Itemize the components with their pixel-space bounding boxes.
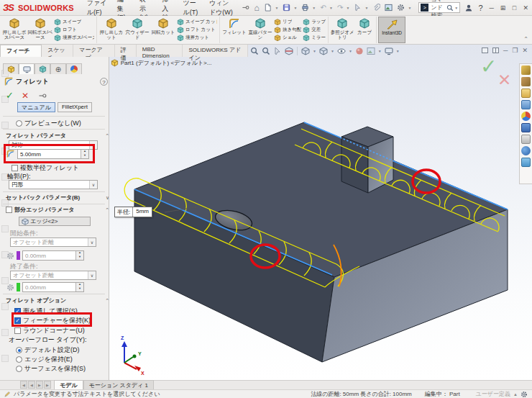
partial-edge-checkbox[interactable] — [6, 207, 12, 213]
wrap-button[interactable]: ラップ — [303, 18, 326, 26]
home-icon[interactable]: ⌂ — [254, 3, 260, 13]
profile-dropdown[interactable]: 円形∨ — [9, 180, 98, 189]
maximize-button[interactable]: □ — [510, 2, 518, 13]
ribbon-collapse-icon[interactable]: ⌃ — [523, 36, 528, 42]
tab-features[interactable]: フィーチャー — [0, 45, 42, 57]
status-gear-icon[interactable] — [520, 391, 528, 398]
hide-show-caret[interactable]: ▼ — [349, 49, 352, 53]
radius-input[interactable]: 5.00mm ▲▼ — [17, 149, 89, 159]
window-layout-button[interactable]: ⊞ — [500, 2, 507, 13]
tab-mbd-dimension[interactable]: MBD Dimension — [137, 45, 183, 57]
display-style-icon[interactable] — [319, 47, 328, 55]
status-expand-icon[interactable]: ▲ — [513, 392, 518, 397]
overflow-default-radio[interactable] — [16, 347, 22, 353]
tab-markup[interactable]: マークアップ — [73, 45, 114, 57]
edge-selection-field[interactable]: エッジ<2> — [19, 217, 91, 226]
tab-scroll-next[interactable]: ▶ — [36, 381, 43, 389]
extrude-boss-button[interactable]: 押し出しボス/ベース — [1, 17, 27, 42]
params-collapse-icon[interactable]: ⌃ — [105, 133, 109, 139]
options-caret[interactable]: ▼ — [408, 6, 411, 10]
resources-icon[interactable] — [521, 65, 531, 75]
rib-button[interactable]: リブ — [274, 18, 301, 26]
doc-restore-button[interactable]: ❐ — [512, 47, 518, 54]
command-search-box[interactable]: > コマンド検索 ▼ — [418, 2, 460, 13]
previous-view-icon[interactable] — [273, 47, 282, 55]
revolve-cut-button[interactable]: 回転カット — [150, 17, 176, 42]
reference-geometry-button[interactable]: 参照ジオメトリ — [330, 17, 354, 42]
setback-header[interactable]: セットバック パラメータ(B) — [6, 194, 80, 202]
curves-button[interactable]: カーブ — [354, 17, 375, 42]
status-units[interactable]: ユーザー定義 — [476, 390, 510, 398]
select-caret[interactable]: ▼ — [364, 6, 368, 10]
cancel-button[interactable]: ✕ — [22, 91, 29, 101]
ok-button[interactable]: ✓ — [6, 90, 14, 101]
model-tab[interactable]: モデル — [54, 380, 83, 389]
doc-minimize-button[interactable]: ─ — [503, 47, 508, 54]
appearances-icon[interactable] — [521, 112, 531, 121]
featuremanager-tree-tab[interactable] — [3, 63, 19, 74]
start-offset-spinner[interactable]: ▲▼ — [75, 251, 83, 260]
graphics-viewport[interactable]: Z Y X ▼ ▼ ▼ ▼ ▼ ─ ❐ ✕ — [109, 45, 532, 380]
end-offset-input[interactable]: 0.00mm ▲▼ — [22, 282, 84, 292]
options-collapse-icon[interactable]: ⌃ — [105, 298, 109, 304]
redo-icon[interactable]: ↷ — [337, 3, 344, 13]
tab-evaluate[interactable]: 評価 — [115, 45, 137, 57]
keep-features-checkbox[interactable] — [14, 317, 21, 324]
confirm-ok-icon[interactable]: ✓ — [480, 55, 497, 78]
configuration-manager-tab[interactable] — [35, 63, 50, 74]
revolve-boss-button[interactable]: 回転ボス/ベース — [27, 17, 53, 42]
home-tab-icon[interactable] — [521, 135, 531, 144]
mirror-button[interactable]: ミラー — [303, 34, 326, 42]
rebuild-icon[interactable] — [385, 3, 393, 13]
view-palette-icon[interactable] — [521, 100, 531, 109]
pane-split-icon[interactable] — [492, 48, 499, 53]
search-caret[interactable]: ▼ — [454, 6, 458, 10]
new-file-caret[interactable]: ▼ — [275, 6, 278, 10]
minimize-button[interactable]: ─ — [488, 2, 495, 13]
file-explorer-icon[interactable] — [521, 89, 531, 98]
fillet-button[interactable]: フィレット — [221, 17, 247, 42]
panel-help-icon[interactable]: ? — [100, 78, 108, 86]
partial-edge-header[interactable]: 部分エッジ パラメータ — [14, 206, 75, 214]
new-file-icon[interactable] — [264, 3, 272, 13]
confirm-cancel-icon[interactable]: ✕ — [497, 71, 511, 90]
hole-wizard-button[interactable]: 穴ウィザード — [124, 17, 150, 42]
design-library-icon[interactable] — [521, 77, 531, 86]
view-orientation-icon[interactable] — [301, 47, 310, 55]
view-orientation-caret[interactable]: ▼ — [313, 49, 316, 53]
doc-close-button[interactable]: ✕ — [522, 47, 528, 54]
tab-scroll-first[interactable]: ◀ — [20, 381, 27, 389]
radius-spinner[interactable]: ▲▼ — [81, 150, 88, 158]
messages-icon[interactable] — [521, 158, 531, 167]
tab-sketch[interactable]: スケッチ — [42, 45, 73, 57]
select-through-faces-checkbox[interactable] — [14, 308, 21, 315]
params-header[interactable]: フィレット パラメータ — [6, 132, 66, 140]
linear-pattern-button[interactable]: 直線パターン — [247, 17, 273, 42]
partial-edge-collapse-icon[interactable]: ⌃ — [105, 207, 109, 213]
close-button[interactable]: ✕ — [522, 2, 529, 13]
options-header[interactable]: フィレット オプション — [6, 297, 66, 304]
manual-mode-button[interactable]: マニュアル — [17, 102, 55, 112]
undo-caret[interactable]: ▼ — [329, 6, 333, 10]
custom-properties-icon[interactable] — [521, 123, 531, 132]
intersect-button[interactable]: 交差 — [303, 26, 326, 34]
tab-scroll-prev[interactable]: ◀ — [28, 381, 35, 389]
preview-none-radio[interactable] — [16, 120, 22, 127]
pane-left-icon[interactable] — [482, 48, 488, 53]
appearance-icon[interactable] — [355, 47, 364, 55]
view-settings-icon[interactable] — [385, 47, 393, 55]
display-style-caret[interactable]: ▼ — [331, 49, 334, 53]
print-caret[interactable]: ▼ — [312, 6, 316, 10]
tab-scroll-last[interactable]: ▶ — [44, 381, 51, 389]
end-offset-spinner[interactable]: ▲▼ — [75, 283, 83, 291]
options-gear-icon[interactable] — [397, 3, 405, 13]
end-condition-dropdown[interactable]: オフセット距離∨ — [10, 271, 96, 280]
draft-button[interactable]: 抜き勾配 — [274, 26, 301, 34]
loft-button[interactable]: ロフト — [54, 26, 94, 34]
hide-show-items-icon[interactable] — [337, 47, 346, 55]
tab-solidworks-addins[interactable]: SOLIDWORKS アドイン — [183, 45, 248, 57]
extrude-cut-button[interactable]: 押し出しカット — [98, 17, 124, 42]
pin-icon[interactable] — [38, 91, 47, 100]
filletxpert-mode-button[interactable]: FilletXpert — [58, 102, 92, 112]
zoom-fit-icon[interactable] — [250, 47, 259, 55]
